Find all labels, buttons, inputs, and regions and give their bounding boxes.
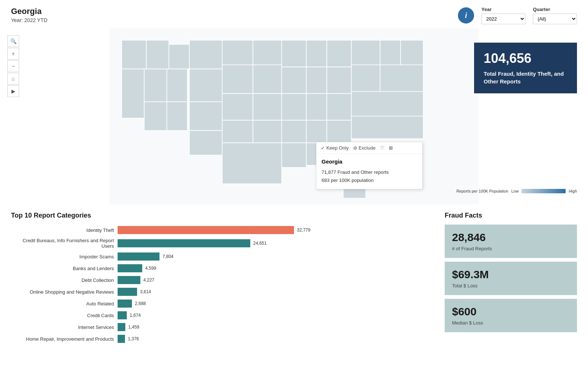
svg-rect-41 [351,92,423,116]
exclude-action[interactable]: ⊘ Exclude [353,145,376,151]
home-button[interactable]: ⌂ [7,73,19,85]
map-container: 🔍 + − ⌂ ▶ [0,28,588,204]
map-section: 🔍 + − ⌂ ▶ [0,28,588,204]
map-tooltip: ✓ Keep Only ⊘ Exclude ♡ ⊞ Georgia 71,877… [316,142,423,189]
svg-rect-36 [351,40,380,65]
bar-wrapper: 1,459 [118,323,430,331]
quarter-label: Quarter [533,7,577,12]
bar-wrapper: 4,599 [118,264,430,272]
svg-rect-27 [306,40,327,67]
svg-rect-26 [282,143,306,168]
bar-wrapper: 1,674 [118,311,430,319]
bar-label: Internet Services [11,325,114,330]
bar-value: 1,376 [128,336,139,341]
svg-rect-14 [253,40,282,65]
bar-label: Online Shopping and Negative Reviews [11,289,114,295]
svg-rect-15 [222,65,253,93]
fact-number: 28,846 [452,231,570,244]
bar-fill [118,323,125,331]
svg-rect-13 [222,40,253,65]
svg-rect-21 [222,143,282,184]
tooltip-line1: 71,877 Fraud and Other reports [322,168,417,176]
year-select[interactable]: 2022 2021 2020 [481,14,526,24]
bar-fill [118,239,250,247]
tooltip-actions: ✓ Keep Only ⊘ Exclude ♡ ⊞ [316,142,422,154]
bar-wrapper: 4,227 [118,276,430,284]
bar-label: Debt Collection [11,277,114,283]
svg-rect-16 [253,65,282,93]
svg-rect-6 [167,69,187,102]
bar-fill [118,300,132,308]
header-controls: i Year 2022 2021 2020 Quarter (All) Q1 Q… [458,7,577,24]
play-button[interactable]: ▶ [7,85,19,97]
info-icon[interactable]: i [458,7,474,24]
zoom-out-button[interactable]: − [7,60,19,72]
svg-rect-34 [327,94,351,121]
stats-card: 104,656 Total Fraud, Identity Theft, and… [474,43,577,93]
chart-title: Top 10 Report Categories [11,212,430,219]
bar-value: 2,688 [135,301,146,306]
svg-rect-20 [253,120,282,143]
tooltip-line2: 683 per 100K population [322,176,417,184]
bar-label: Credit Bureaus, Info Furnishers and Repo… [11,238,114,249]
quarter-control: Quarter (All) Q1 Q2 Q3 Q4 [533,7,577,24]
bar-value: 24,651 [253,241,267,246]
svg-rect-38 [401,40,423,65]
bar-label: Identity Theft [11,227,114,233]
bar-label: Auto Related [11,301,114,306]
bar-label: Credit Cards [11,313,114,318]
zoom-in-button[interactable]: + [7,48,19,60]
bar-wrapper: 24,651 [118,239,430,247]
svg-rect-18 [253,94,282,121]
legend-title: Reports per 100K Population [456,189,508,193]
bar-value: 3,614 [140,289,151,294]
bar-wrapper: 2,688 [118,300,430,308]
svg-rect-42 [351,116,423,139]
pin-icon: ♡ [380,145,384,151]
fact-card: 28,846 # of Fraud Reports [445,225,577,258]
bar-row: Home Repair, Improvement and Products 1,… [11,335,430,343]
bar-value: 7,804 [162,254,173,259]
svg-rect-33 [327,67,351,94]
svg-rect-19 [222,120,253,143]
legend-low: Low [511,189,519,193]
fact-number: $600 [452,305,570,318]
keep-only-action[interactable]: ✓ Keep Only [321,145,349,151]
year-control: Year 2022 2021 2020 [481,7,526,24]
bar-fill [118,264,142,272]
total-count: 104,656 [484,51,567,66]
legend-high: High [569,189,577,193]
bar-fill [118,311,127,319]
search-button[interactable]: 🔍 [7,35,19,47]
svg-rect-7 [144,102,167,130]
bar-wrapper: 3,614 [118,288,430,296]
bar-fill [118,226,294,234]
map-controls: 🔍 + − ⌂ ▶ [7,35,19,97]
svg-rect-8 [167,102,187,130]
bar-label: Home Repair, Improvement and Products [11,336,114,342]
quarter-select[interactable]: (All) Q1 Q2 Q3 Q4 [533,14,577,24]
stats-description: Total Fraud, Identity Theft, and Other R… [484,70,567,85]
svg-rect-3 [169,44,190,69]
fact-number: $69.3M [452,268,570,281]
bar-value: 32,779 [297,227,311,233]
state-title: Georgia [11,7,47,16]
svg-rect-17 [222,94,253,121]
svg-rect-28 [306,67,327,94]
svg-rect-10 [189,69,222,102]
bar-fill [118,276,140,284]
bar-wrapper: 7,804 [118,252,430,261]
header: Georgia Year: 2022 YTD i Year 2022 2021 … [0,0,588,28]
bar-row: Credit Cards 1,674 [11,311,430,319]
bar-value: 4,227 [143,277,154,283]
svg-rect-22 [282,40,306,67]
tooltip-state: Georgia [322,158,417,165]
header-title: Georgia Year: 2022 YTD [11,7,47,23]
bar-value: 1,674 [130,313,141,318]
fact-card: $600 Median $ Loss [445,299,577,332]
bar-fill [118,335,125,343]
svg-rect-1 [122,40,146,69]
svg-rect-25 [282,120,306,143]
svg-rect-37 [380,40,401,65]
fraud-facts-title: Fraud Facts [445,212,577,219]
